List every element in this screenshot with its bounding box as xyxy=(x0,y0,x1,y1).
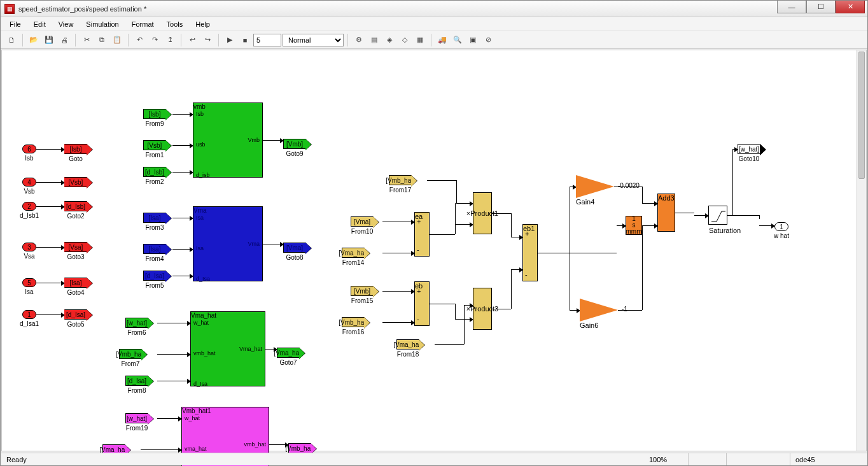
add-Add3[interactable]: Add3 xyxy=(657,194,675,232)
stoptime-input[interactable] xyxy=(253,34,281,46)
status-cell3 xyxy=(727,453,790,465)
sum-eb[interactable]: +-eb xyxy=(414,281,430,326)
print-icon[interactable]: 🖨 xyxy=(57,33,71,47)
canvas-wrap: 6Isb4Vsb2d_Isb13Vsa5Isa1d_Isa1[Isb]Goto[… xyxy=(1,50,867,451)
copy-icon[interactable]: ⧉ xyxy=(95,33,109,47)
gain-Gain4[interactable]: -0.0020Gain4 xyxy=(576,175,614,206)
goto-block[interactable]: [Vsb] xyxy=(64,177,87,187)
tool4-icon[interactable]: ◇ xyxy=(398,33,412,47)
subsystem-Vma_hat[interactable]: w_hatvmb_hatd_IsaVma_hatVma_hat xyxy=(190,311,265,386)
up-icon[interactable]: ↥ xyxy=(163,33,177,47)
undo-icon[interactable]: ↶ xyxy=(132,33,146,47)
build-icon[interactable]: ⚙ xyxy=(352,33,366,47)
saturation-block[interactable]: Saturation xyxy=(708,206,727,225)
from-block[interactable]: [Isb]From9 xyxy=(143,109,166,119)
from-block[interactable]: [Vmb_hat]From17 xyxy=(389,175,412,185)
goto-block[interactable]: [Isb]Goto xyxy=(64,144,87,154)
menubar: FileEditViewSimulationFormatToolsHelp xyxy=(1,17,867,31)
open-icon[interactable]: 📂 xyxy=(27,33,41,47)
from-block[interactable]: [w_hat]From6 xyxy=(125,318,148,328)
app-icon: ▦ xyxy=(4,4,15,14)
goto-block[interactable]: [Vma]Goto8 xyxy=(283,243,306,253)
inport-Vsb[interactable]: 4Vsb xyxy=(22,178,36,187)
debug-icon[interactable]: ▣ xyxy=(466,33,480,47)
window-buttons: — ☐ ✕ xyxy=(777,1,865,13)
tool3-icon[interactable]: ◈ xyxy=(382,33,396,47)
from-block[interactable]: [w_hat]From19 xyxy=(125,413,148,423)
tool5-icon[interactable]: ▦ xyxy=(413,33,427,47)
cut-icon[interactable]: ✂ xyxy=(80,33,94,47)
redo-icon[interactable]: ↷ xyxy=(148,33,162,47)
inport-Isb[interactable]: 6Isb xyxy=(22,145,36,153)
goto-block[interactable]: [Isa]Goto4 xyxy=(64,278,87,288)
subsystem-Vma[interactable]: IsaIsad_IsaVmaVma xyxy=(193,206,263,281)
inport-d_Isa1[interactable]: 1d_Isa1 xyxy=(22,310,36,319)
sum-eb1[interactable]: +-eb1 xyxy=(522,224,538,281)
inport-Vsa[interactable]: 3Vsa xyxy=(22,243,36,251)
status-text: Ready xyxy=(1,456,644,463)
from-block[interactable]: [Vmb]From15 xyxy=(351,286,374,296)
goto-block[interactable]: [w_hat]Goto10 xyxy=(738,144,760,154)
back-icon[interactable]: ↩ xyxy=(185,33,199,47)
sum-ea[interactable]: +-ea xyxy=(414,212,430,257)
solver-cell: ode45 xyxy=(790,453,867,465)
scroll-thumb[interactable] xyxy=(858,52,865,179)
window: ▦ speed_estimator_posi/speed estimation … xyxy=(0,0,868,466)
maximize-button[interactable]: ☐ xyxy=(806,1,836,13)
paste-icon[interactable]: 📋 xyxy=(110,33,124,47)
fwd-icon[interactable]: ↪ xyxy=(200,33,214,47)
window-title: speed_estimator_posi/speed estimation * xyxy=(18,5,864,13)
inport-d_Isb1[interactable]: 2d_Isb1 xyxy=(22,202,36,211)
gain-Gain6[interactable]: -1Gain6 xyxy=(580,299,618,329)
explorer-icon[interactable]: 🔍 xyxy=(451,33,465,47)
inport-Isa[interactable]: 5Isa xyxy=(22,278,36,287)
target-icon[interactable]: ⊘ xyxy=(481,33,495,47)
product-Product3[interactable]: ×Product3 xyxy=(473,288,492,330)
from-block[interactable]: [d_Isa]From8 xyxy=(125,376,148,386)
zoom-cell: 100% xyxy=(644,453,689,465)
menu-simulation[interactable]: Simulation xyxy=(81,18,123,30)
titlebar: ▦ speed_estimator_posi/speed estimation … xyxy=(1,1,867,17)
menu-help[interactable]: Help xyxy=(190,18,215,30)
menu-format[interactable]: Format xyxy=(127,18,159,30)
close-button[interactable]: ✕ xyxy=(836,1,865,13)
menu-view[interactable]: View xyxy=(53,18,79,30)
sim-mode-select[interactable]: Normal xyxy=(283,34,344,46)
new-icon[interactable]: 🗋 xyxy=(4,33,18,47)
from-block[interactable]: [Isa]From4 xyxy=(143,244,166,254)
goto-block[interactable]: [Vsa]Goto3 xyxy=(64,242,87,252)
menu-file[interactable]: File xyxy=(4,18,26,30)
from-block[interactable]: [d_Isa]From5 xyxy=(143,271,166,281)
from-block[interactable]: [Vma_hat]From14 xyxy=(342,248,365,258)
canvas[interactable]: 6Isb4Vsb2d_Isb13Vsa5Isa1d_Isa1[Isb]Goto[… xyxy=(2,50,866,451)
status-cell2 xyxy=(689,453,727,465)
from-block[interactable]: [Vma_hat]From18 xyxy=(396,339,419,350)
from-block[interactable]: [Vma]From10 xyxy=(351,216,374,227)
run-icon[interactable]: ▶ xyxy=(223,33,237,47)
goto-block[interactable]: [Vmb]Goto9 xyxy=(283,139,306,149)
goto-block[interactable]: [Vma_hat]Goto7 xyxy=(277,348,300,358)
menu-edit[interactable]: Edit xyxy=(29,18,51,30)
vertical-scrollbar[interactable] xyxy=(857,50,866,451)
save-icon[interactable]: 💾 xyxy=(42,33,56,47)
product-Product1[interactable]: ×Product1 xyxy=(473,192,492,234)
tool2-icon[interactable]: ▤ xyxy=(367,33,381,47)
lib-icon[interactable]: 🚚 xyxy=(435,33,449,47)
from-block[interactable]: [Vmb_hat]From7 xyxy=(119,349,142,359)
goto-block[interactable]: [Vmb_hat]Goto11 xyxy=(288,443,311,453)
from-block[interactable]: [Vmb_hat]From16 xyxy=(342,317,365,327)
outport-w hat[interactable]: 1w hat xyxy=(774,222,788,231)
stop-icon[interactable]: ■ xyxy=(238,33,252,47)
integrator-mmm[interactable]: 1smmm xyxy=(626,216,642,235)
from-block[interactable]: [Vsb]From1 xyxy=(143,140,166,150)
from-block[interactable]: [Isa]From3 xyxy=(143,213,166,223)
menu-tools[interactable]: Tools xyxy=(162,18,188,30)
toolbar: 🗋 📂 💾 🖨 ✂ ⧉ 📋 ↶ ↷ ↥ ↩ ↪ ▶ ■ Normal ⚙ ▤ ◈… xyxy=(1,31,867,49)
subsystem-vmb[interactable]: Isbusbd_isbVmbvmb xyxy=(193,102,263,178)
from-block[interactable]: [d_Isb]From2 xyxy=(143,167,166,177)
goto-block[interactable]: [d_Isa]Goto5 xyxy=(64,309,87,320)
minimize-button[interactable]: — xyxy=(777,1,806,13)
goto-block[interactable]: [d_Isb]Goto2 xyxy=(64,201,87,211)
statusbar: Ready 100% ode45 xyxy=(1,453,867,465)
